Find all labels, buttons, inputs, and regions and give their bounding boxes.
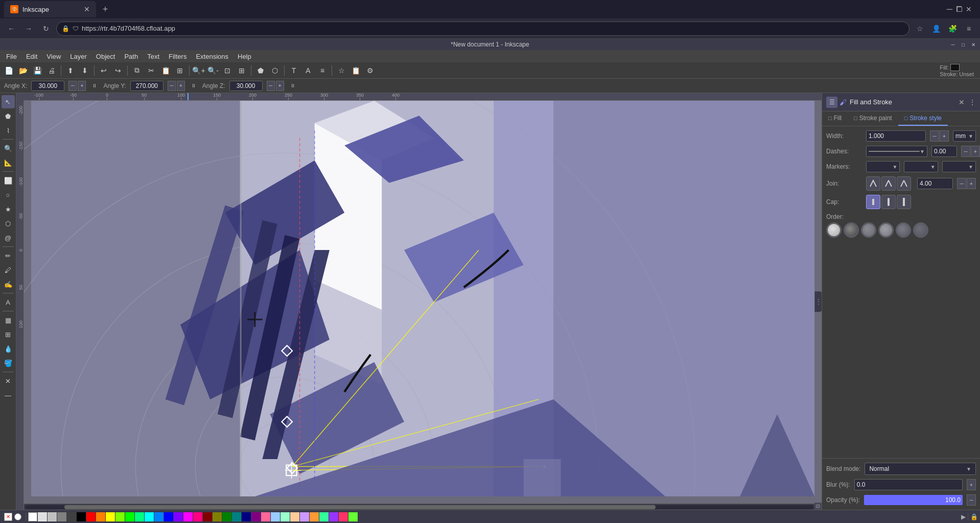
win-close[interactable]: ✕ bbox=[969, 40, 978, 49]
angle-z-input[interactable]: 30.000 bbox=[229, 81, 263, 91]
open-btn[interactable]: 📂 bbox=[16, 64, 30, 77]
menu-text[interactable]: Text bbox=[143, 52, 164, 61]
end-marker-dropdown[interactable]: ▼ bbox=[942, 161, 976, 172]
new-tab-button[interactable]: + bbox=[98, 2, 112, 16]
palette-cyan[interactable] bbox=[145, 512, 154, 521]
start-marker-dropdown[interactable]: ▼ bbox=[866, 161, 900, 172]
palette-purple[interactable] bbox=[251, 512, 261, 521]
menu-button[interactable]: ≡ bbox=[962, 21, 976, 36]
width-plus[interactable]: + bbox=[940, 130, 949, 142]
zoom-fit-btn[interactable]: ⊡ bbox=[221, 64, 234, 77]
angle-x-plus[interactable]: + bbox=[78, 81, 86, 91]
join-round-btn[interactable] bbox=[881, 176, 896, 191]
join-miter-btn[interactable] bbox=[866, 176, 880, 191]
cap-round-btn[interactable] bbox=[881, 195, 896, 209]
join-bevel-btn[interactable] bbox=[897, 176, 911, 191]
panel-collapse-handle[interactable]: ⋮ bbox=[814, 291, 822, 312]
select-same-btn[interactable]: ⬡ bbox=[268, 64, 282, 77]
node-tool[interactable]: ⬟ bbox=[2, 109, 15, 123]
palette-verydark[interactable] bbox=[67, 512, 76, 521]
order-btn-1[interactable] bbox=[826, 222, 842, 238]
palette-lock[interactable]: 🔒 bbox=[968, 513, 980, 520]
panel-layers-icon[interactable]: ☰ bbox=[826, 97, 837, 108]
browser-maximize[interactable]: ⧠ bbox=[955, 5, 963, 13]
angle-y-plus[interactable]: + bbox=[177, 81, 185, 91]
dropper-tool[interactable]: 💧 bbox=[2, 342, 15, 355]
angle-y-pause[interactable]: ⏸ bbox=[189, 81, 198, 90]
panel-options-btn[interactable]: ⋮ bbox=[969, 98, 976, 106]
palette-rose[interactable] bbox=[193, 512, 202, 521]
angle-z-plus[interactable]: + bbox=[276, 81, 284, 91]
star-button[interactable]: ☆ bbox=[913, 21, 927, 36]
browser-close[interactable]: ✕ bbox=[966, 5, 972, 13]
menu-layer[interactable]: Layer bbox=[66, 52, 91, 61]
pencil-tool[interactable]: ✏ bbox=[2, 249, 15, 262]
preferences-btn[interactable]: ⚙ bbox=[363, 64, 377, 77]
menu-path[interactable]: Path bbox=[120, 52, 142, 61]
import-btn[interactable]: ⬆ bbox=[64, 64, 77, 77]
calligraphy-tool[interactable]: ✍ bbox=[2, 278, 15, 291]
angle-x-minus[interactable]: ─ bbox=[68, 81, 77, 91]
rect-tool[interactable]: ⬜ bbox=[2, 174, 15, 187]
palette-indigo[interactable] bbox=[329, 512, 338, 521]
opacity-minus[interactable]: ─ bbox=[967, 494, 976, 506]
zoom-out-btn[interactable]: 🔍- bbox=[206, 64, 220, 77]
angle-y-input[interactable]: 270.000 bbox=[130, 81, 164, 91]
forward-button[interactable]: → bbox=[21, 21, 36, 36]
menu-view[interactable]: View bbox=[42, 52, 65, 61]
save-btn[interactable]: 💾 bbox=[31, 64, 44, 77]
palette-white[interactable] bbox=[28, 512, 37, 521]
palette-lightmint[interactable] bbox=[281, 512, 290, 521]
blur-input[interactable]: 0.0 bbox=[854, 479, 963, 490]
zoom-page-btn[interactable]: ⊞ bbox=[235, 64, 248, 77]
palette-darkgray[interactable] bbox=[57, 512, 66, 521]
back-button[interactable]: ← bbox=[4, 21, 18, 36]
text-flow-btn[interactable]: A bbox=[301, 64, 315, 77]
palette-dkgreen[interactable] bbox=[222, 512, 231, 521]
palette-pink[interactable] bbox=[261, 512, 270, 521]
menu-object[interactable]: Object bbox=[92, 52, 120, 61]
tweak-tool[interactable]: ⌇ bbox=[2, 124, 15, 137]
zoom-in-btn[interactable]: 🔍+ bbox=[192, 64, 205, 77]
join-minus[interactable]: ─ bbox=[957, 178, 966, 189]
print-btn[interactable]: 🖨 bbox=[45, 64, 58, 77]
zoom-tool[interactable]: 🔍 bbox=[2, 142, 15, 155]
palette-blue[interactable] bbox=[164, 512, 173, 521]
panel-close-btn[interactable]: ✕ bbox=[959, 98, 965, 106]
join-plus[interactable]: + bbox=[967, 178, 976, 189]
palette-scroll-right[interactable]: ▶ bbox=[959, 513, 968, 520]
paste-place-btn[interactable]: ⊞ bbox=[173, 64, 186, 77]
symbol-btn[interactable]: ☆ bbox=[335, 64, 348, 77]
export-btn[interactable]: ⬇ bbox=[78, 64, 91, 77]
tab-stroke-style[interactable]: □ Stroke style bbox=[898, 111, 948, 126]
cap-square-btn[interactable] bbox=[897, 195, 911, 209]
menu-file[interactable]: File bbox=[2, 52, 21, 61]
paste-btn[interactable]: 📋 bbox=[159, 64, 172, 77]
profile-button[interactable]: 👤 bbox=[929, 21, 943, 36]
gradient-tool[interactable]: ▦ bbox=[2, 313, 15, 327]
tab-stroke-paint[interactable]: □ Stroke paint bbox=[848, 111, 898, 126]
h-scroll-thumb[interactable] bbox=[64, 505, 656, 509]
connector-tool[interactable]: — bbox=[2, 389, 15, 402]
dashes-dropdown[interactable]: ▼ bbox=[866, 146, 927, 157]
palette-crimson[interactable] bbox=[339, 512, 348, 521]
copy-btn[interactable]: ⧉ bbox=[130, 64, 144, 77]
canvas-corner-btn[interactable]: ⊡ bbox=[814, 503, 822, 510]
blend-mode-dropdown[interactable]: Normal ▼ bbox=[865, 463, 976, 475]
palette-chartreuse[interactable] bbox=[348, 512, 358, 521]
palette-magenta[interactable] bbox=[183, 512, 193, 521]
select-tool[interactable]: ↖ bbox=[2, 95, 15, 108]
browser-minimize[interactable]: ─ bbox=[947, 5, 952, 14]
dashes-plus[interactable]: + bbox=[971, 146, 980, 157]
h-scrollbar[interactable] bbox=[24, 504, 814, 510]
palette-black[interactable] bbox=[77, 512, 86, 521]
node-editor-btn[interactable]: ⬟ bbox=[254, 64, 267, 77]
address-bar[interactable]: 🔒 🛡 https://rtr.4b7d704f68.cfloat.app bbox=[56, 21, 909, 36]
order-btn-3[interactable] bbox=[861, 222, 876, 238]
order-btn-6[interactable] bbox=[913, 222, 928, 238]
palette-olive[interactable] bbox=[213, 512, 222, 521]
mid-marker-dropdown[interactable]: ▼ bbox=[904, 161, 938, 172]
palette-lime[interactable] bbox=[115, 512, 125, 521]
measure-tool[interactable]: 📐 bbox=[2, 156, 15, 169]
palette-lightgray[interactable] bbox=[38, 512, 47, 521]
